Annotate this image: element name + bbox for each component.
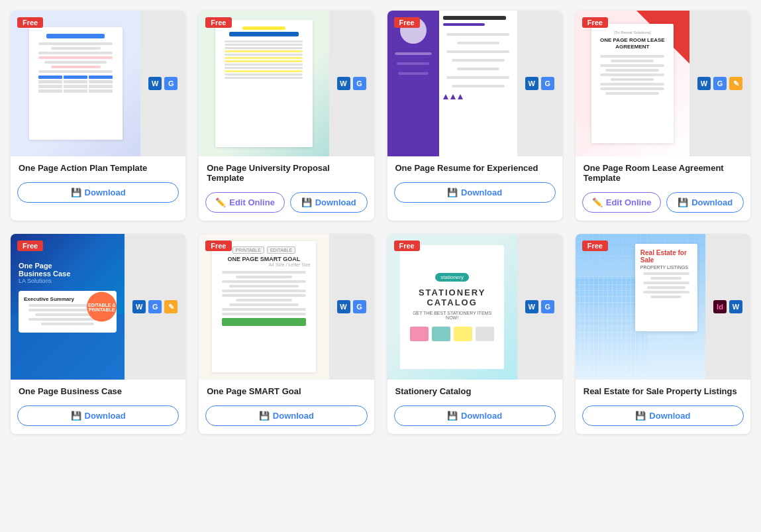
card-actions: 💾 Download <box>387 405 562 434</box>
word-icon: W <box>525 300 538 313</box>
card-title: Real Estate for Sale Property Listings <box>583 386 742 396</box>
docs-icon: G <box>713 77 727 90</box>
card-info: One Page Resume for Experienced <box>387 156 562 182</box>
resume-right-col <box>439 11 517 156</box>
badge-free: Free <box>394 17 420 28</box>
thumb-lease: Free [Tri Rental Solutions] ONE PAGE ROO… <box>576 11 750 156</box>
editable-badge: EDITABLE & PRINTABLE <box>87 292 117 322</box>
download-button[interactable]: 💾 Download <box>17 182 179 203</box>
word-icon: W <box>525 77 538 90</box>
card-actions: 💾 Download <box>11 182 185 211</box>
docs-icon: G <box>353 77 366 90</box>
thumb-bg <box>199 11 329 156</box>
thumb-resume: Free <box>387 11 562 156</box>
card-info: One Page Action Plan Template <box>11 156 185 182</box>
docs-icon: G <box>353 300 366 313</box>
card-title: One Page Business Case <box>19 386 178 396</box>
card-info: One Page Business Case <box>11 380 185 405</box>
format-icons: W G <box>140 72 185 95</box>
doc-preview <box>29 27 123 140</box>
download-button[interactable]: 💾 Download <box>205 405 367 426</box>
template-grid: Free <box>11 11 750 434</box>
edit-online-button[interactable]: ✏️ Edit Online <box>582 192 662 213</box>
badge-free: Free <box>582 240 608 251</box>
word-icon: W <box>729 300 742 313</box>
card-action-plan: Free <box>11 11 185 221</box>
thumb-bg: stationery STATIONERYCATALOG GET THE BES… <box>387 234 517 380</box>
thumb-bg: PRINTABLE EDITABLE ONE PAGE SMART GOAL A… <box>199 234 329 380</box>
badge-free: Free <box>17 240 43 251</box>
format-icons: W G ✎ <box>125 295 185 319</box>
badge-free: Free <box>205 17 231 28</box>
card-actions: 💾 Download <box>199 405 374 434</box>
thumb-university: Free <box>199 11 374 156</box>
card-room-lease: Free [Tri Rental Solutions] ONE PAGE ROO… <box>576 11 750 221</box>
biz-subtitle: LA Solutions <box>19 278 52 284</box>
word-icon: W <box>337 300 350 313</box>
thumb-smart-goal: Free PRINTABLE EDITABLE ONE PAGE SMART G… <box>199 234 374 380</box>
biz-title: One PageBusiness Case <box>19 262 70 278</box>
download-button[interactable]: 💾 Download <box>394 182 556 203</box>
card-stationery-catalog: Free stationery STATIONERYCATALOG GET TH… <box>387 234 562 434</box>
download-icon: 💾 <box>635 411 646 421</box>
edit-icon: ✏️ <box>215 197 226 207</box>
docs-icon: G <box>148 300 162 313</box>
badge-free: Free <box>17 17 43 28</box>
stationery-content: stationery STATIONERYCATALOG GET THE BES… <box>400 245 504 369</box>
download-button[interactable]: 💾 Download <box>17 405 179 426</box>
card-business-case: Free One PageBusiness Case LA Solutions … <box>11 234 185 434</box>
thumb-bg <box>387 11 517 156</box>
card-info: One Page Room Lease Agreement Template <box>576 156 750 192</box>
download-button[interactable]: 💾 Download <box>666 192 744 213</box>
card-real-estate: Free Real Estate for Sale PROPERTY LISTI… <box>576 234 750 434</box>
thumb-bg: [Tri Rental Solutions] ONE PAGE ROOM LEA… <box>576 11 689 156</box>
format-icons: Id W <box>705 295 750 319</box>
realestate-doc: Real Estate for Sale PROPERTY LISTINGS <box>635 244 697 331</box>
word-icon: W <box>697 77 711 90</box>
thumb-realestate: Free Real Estate for Sale PROPERTY LISTI… <box>576 234 750 380</box>
doc-title-line <box>46 34 105 38</box>
word-icon: W <box>148 77 162 90</box>
thumb-bg: One PageBusiness Case LA Solutions Execu… <box>11 234 125 380</box>
thumb-bg: Real Estate for Sale PROPERTY LISTINGS <box>576 234 705 380</box>
download-icon: 💾 <box>301 197 312 207</box>
card-title: One Page SMART Goal <box>207 386 366 396</box>
download-icon: 💾 <box>259 411 270 421</box>
card-actions: 💾 Download <box>576 405 750 434</box>
card-university-proposal: Free <box>199 11 374 221</box>
download-icon: 💾 <box>71 411 81 421</box>
download-icon: 💾 <box>447 187 458 197</box>
download-icon: 💾 <box>71 187 81 197</box>
download-button[interactable]: 💾 Download <box>394 405 556 426</box>
download-icon: 💾 <box>447 411 458 421</box>
yellow-icon: ✎ <box>164 300 178 313</box>
card-info: Stationery Catalog <box>387 380 562 405</box>
edit-icon: ✏️ <box>592 197 603 207</box>
doc-preview <box>215 20 313 146</box>
download-button[interactable]: 💾 Download <box>290 192 368 213</box>
doc-preview: [Tri Rental Solutions] ONE PAGE ROOM LEA… <box>591 24 674 143</box>
doc-preview: PRINTABLE EDITABLE ONE PAGE SMART GOAL A… <box>212 241 316 372</box>
thumb-business: Free One PageBusiness Case LA Solutions … <box>11 234 185 380</box>
badge-free: Free <box>394 240 420 251</box>
card-actions: ✏️ Edit Online 💾 Download <box>199 192 374 221</box>
format-icons: W G <box>517 295 562 319</box>
card-info: Real Estate for Sale Property Listings <box>576 380 750 405</box>
badge-free: Free <box>582 17 608 28</box>
thumb-stationery: Free stationery STATIONERYCATALOG GET TH… <box>387 234 562 380</box>
card-smart-goal: Free PRINTABLE EDITABLE ONE PAGE SMART G… <box>199 234 374 434</box>
card-actions: 💾 Download <box>387 182 562 211</box>
card-title: One Page Room Lease Agreement Template <box>583 163 742 183</box>
docs-icon: G <box>541 300 554 313</box>
card-title: Stationery Catalog <box>395 386 554 396</box>
format-icons: W G ✎ <box>689 72 750 95</box>
card-info: One Page SMART Goal <box>199 380 374 405</box>
thumb-bg <box>11 11 140 156</box>
thumb-action-plan: Free <box>11 11 185 156</box>
format-icons: W G <box>517 72 562 95</box>
edit-online-button[interactable]: ✏️ Edit Online <box>205 192 285 213</box>
resume-left-col <box>387 11 440 156</box>
card-title: One Page Resume for Experienced <box>395 163 554 173</box>
indesign-icon: Id <box>713 300 727 313</box>
download-button[interactable]: 💾 Download <box>582 405 744 426</box>
